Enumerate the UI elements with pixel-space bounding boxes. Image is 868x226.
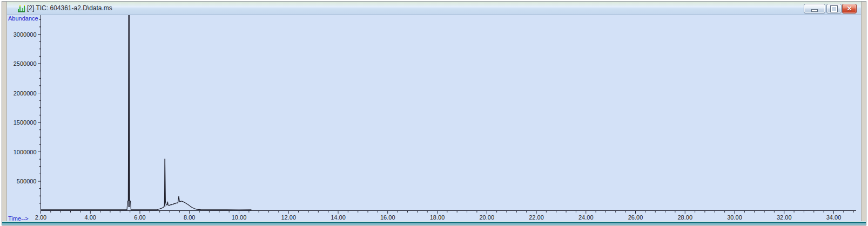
- tic-trace: [41, 15, 252, 210]
- title-bar[interactable]: [2] TIC: 604361-a2.D\data.ms ✕: [7, 2, 861, 15]
- close-button[interactable]: ✕: [842, 4, 857, 13]
- window-frame-right: [866, 1, 866, 225]
- tic-chromatogram-plot[interactable]: 2.004.006.008.0010.0012.0014.0016.0018.0…: [7, 15, 861, 221]
- x-tick-label: 26.00: [628, 214, 643, 221]
- window-title: [2] TIC: 604361-a2.D\data.ms: [27, 4, 112, 12]
- y-tick-label: 500000: [17, 178, 37, 184]
- x-tick-label: 18.00: [430, 214, 445, 221]
- y-tick-label: 2000000: [14, 90, 37, 97]
- x-tick-label: 14.00: [331, 214, 346, 221]
- y-tick-label: 1000000: [14, 149, 37, 155]
- y-tick-label: 3000000: [14, 31, 37, 38]
- window-bottom-accent: [2, 221, 866, 225]
- x-tick-label: 32.00: [777, 214, 792, 221]
- x-tick-label: 16.00: [380, 214, 395, 221]
- restore-button[interactable]: [826, 4, 842, 13]
- x-tick-label: 28.00: [677, 214, 692, 221]
- x-tick-label: 6.00: [134, 214, 145, 221]
- minimize-icon: [811, 9, 818, 12]
- x-tick-label: 30.00: [727, 214, 742, 221]
- x-tick-label: 20.00: [479, 214, 494, 221]
- x-tick-label: 24.00: [578, 214, 594, 221]
- x-tick-label: 22.00: [529, 214, 544, 221]
- restore-icon: [831, 6, 837, 12]
- chromatogram-window: [2] TIC: 604361-a2.D\data.ms ✕ Abundance…: [0, 0, 868, 226]
- x-tick-label: 2.00: [35, 214, 46, 221]
- x-tick-label: 4.00: [85, 214, 96, 221]
- close-icon: ✕: [846, 5, 852, 12]
- y-tick-label: 1500000: [14, 119, 37, 126]
- x-tick-label: 34.00: [826, 214, 842, 221]
- minimize-button[interactable]: [804, 4, 825, 13]
- window-resize-edge-right[interactable]: [861, 2, 866, 222]
- y-tick-label: 2500000: [14, 60, 37, 67]
- x-tick-label: 12.00: [281, 214, 296, 221]
- chromatogram-icon: [17, 4, 26, 12]
- x-tick-label: 10.00: [232, 214, 247, 221]
- x-tick-label: 8.00: [184, 214, 195, 221]
- window-resize-edge-left[interactable]: [2, 2, 7, 222]
- chart-canvas[interactable]: Abundance Time--> 2.004.006.008.0010.001…: [7, 15, 861, 221]
